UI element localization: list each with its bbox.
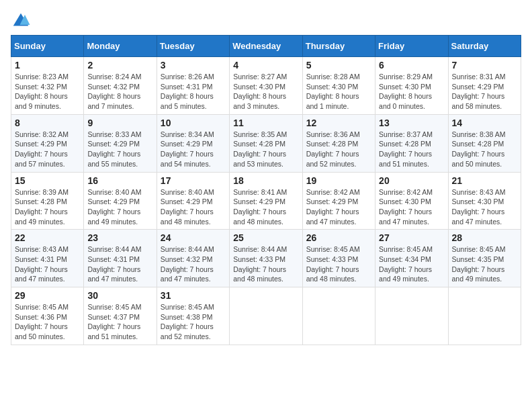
calendar-cell [230, 287, 302, 345]
day-number: 3 [161, 60, 226, 71]
day-number: 22 [15, 232, 80, 243]
calendar-cell: 10 Sunrise: 8:34 AM Sunset: 4:29 PM Dayl… [157, 114, 229, 172]
day-info: Sunrise: 8:31 AM Sunset: 4:29 PM Dayligh… [452, 73, 506, 110]
day-info: Sunrise: 8:45 AM Sunset: 4:37 PM Dayligh… [87, 303, 141, 340]
day-number: 23 [87, 232, 152, 243]
calendar-cell: 12 Sunrise: 8:36 AM Sunset: 4:28 PM Dayl… [302, 114, 375, 172]
calendar-cell: 20 Sunrise: 8:42 AM Sunset: 4:30 PM Dayl… [375, 172, 448, 230]
day-number: 7 [452, 60, 517, 71]
day-info: Sunrise: 8:43 AM Sunset: 4:31 PM Dayligh… [15, 245, 69, 283]
day-info: Sunrise: 8:42 AM Sunset: 4:30 PM Dayligh… [379, 188, 433, 226]
calendar-cell: 31 Sunrise: 8:45 AM Sunset: 4:38 PM Dayl… [157, 287, 229, 345]
day-number: 16 [87, 175, 152, 186]
calendar-cell [448, 287, 521, 345]
calendar-cell: 30 Sunrise: 8:45 AM Sunset: 4:37 PM Dayl… [84, 287, 157, 345]
day-info: Sunrise: 8:40 AM Sunset: 4:29 PM Dayligh… [87, 188, 141, 226]
day-info: Sunrise: 8:44 AM Sunset: 4:33 PM Dayligh… [233, 245, 287, 283]
day-info: Sunrise: 8:40 AM Sunset: 4:29 PM Dayligh… [161, 188, 214, 226]
calendar-cell: 8 Sunrise: 8:32 AM Sunset: 4:29 PM Dayli… [11, 114, 84, 172]
day-info: Sunrise: 8:38 AM Sunset: 4:28 PM Dayligh… [452, 130, 506, 168]
day-info: Sunrise: 8:45 AM Sunset: 4:38 PM Dayligh… [161, 303, 214, 340]
day-number: 11 [233, 118, 298, 128]
day-number: 25 [233, 232, 298, 243]
day-info: Sunrise: 8:43 AM Sunset: 4:30 PM Dayligh… [452, 188, 506, 226]
day-number: 5 [306, 60, 371, 71]
header-area [11, 11, 521, 31]
day-number: 8 [15, 118, 80, 128]
day-info: Sunrise: 8:45 AM Sunset: 4:33 PM Dayligh… [306, 245, 360, 283]
day-info: Sunrise: 8:36 AM Sunset: 4:28 PM Dayligh… [306, 130, 360, 168]
calendar-header-row: SundayMondayTuesdayWednesdayThursdayFrid… [11, 36, 521, 57]
day-number: 29 [15, 290, 80, 301]
day-number: 28 [452, 232, 517, 243]
day-number: 24 [161, 232, 226, 243]
day-header-friday: Friday [375, 36, 448, 57]
day-header-monday: Monday [84, 36, 157, 57]
calendar-cell: 2 Sunrise: 8:24 AM Sunset: 4:32 PM Dayli… [84, 57, 157, 115]
day-info: Sunrise: 8:35 AM Sunset: 4:28 PM Dayligh… [233, 130, 287, 168]
day-info: Sunrise: 8:44 AM Sunset: 4:32 PM Dayligh… [161, 245, 214, 283]
calendar-cell: 22 Sunrise: 8:43 AM Sunset: 4:31 PM Dayl… [11, 230, 84, 287]
day-number: 2 [87, 60, 152, 71]
day-number: 13 [379, 118, 444, 128]
day-info: Sunrise: 8:29 AM Sunset: 4:30 PM Dayligh… [379, 73, 433, 110]
day-info: Sunrise: 8:45 AM Sunset: 4:36 PM Dayligh… [15, 303, 69, 340]
day-info: Sunrise: 8:28 AM Sunset: 4:30 PM Dayligh… [306, 73, 360, 110]
day-info: Sunrise: 8:34 AM Sunset: 4:29 PM Dayligh… [161, 130, 214, 168]
calendar-week-row: 1 Sunrise: 8:23 AM Sunset: 4:32 PM Dayli… [11, 57, 521, 115]
day-number: 10 [161, 118, 226, 128]
calendar-cell: 11 Sunrise: 8:35 AM Sunset: 4:28 PM Dayl… [230, 114, 302, 172]
calendar-cell: 7 Sunrise: 8:31 AM Sunset: 4:29 PM Dayli… [448, 57, 521, 115]
calendar-week-row: 8 Sunrise: 8:32 AM Sunset: 4:29 PM Dayli… [11, 114, 521, 172]
day-number: 30 [87, 290, 152, 301]
day-info: Sunrise: 8:39 AM Sunset: 4:28 PM Dayligh… [15, 188, 69, 226]
day-info: Sunrise: 8:33 AM Sunset: 4:29 PM Dayligh… [87, 130, 141, 168]
calendar-cell: 26 Sunrise: 8:45 AM Sunset: 4:33 PM Dayl… [302, 230, 375, 287]
calendar-cell: 5 Sunrise: 8:28 AM Sunset: 4:30 PM Dayli… [302, 57, 375, 115]
logo [11, 11, 34, 31]
calendar-cell: 29 Sunrise: 8:45 AM Sunset: 4:36 PM Dayl… [11, 287, 84, 345]
day-number: 1 [15, 60, 80, 71]
day-info: Sunrise: 8:44 AM Sunset: 4:31 PM Dayligh… [87, 245, 141, 283]
logo-icon [11, 11, 31, 31]
calendar-cell: 16 Sunrise: 8:40 AM Sunset: 4:29 PM Dayl… [84, 172, 157, 230]
day-info: Sunrise: 8:26 AM Sunset: 4:31 PM Dayligh… [161, 73, 214, 110]
day-number: 26 [306, 232, 371, 243]
calendar-cell: 13 Sunrise: 8:37 AM Sunset: 4:28 PM Dayl… [375, 114, 448, 172]
day-info: Sunrise: 8:32 AM Sunset: 4:29 PM Dayligh… [15, 130, 69, 168]
calendar-cell: 9 Sunrise: 8:33 AM Sunset: 4:29 PM Dayli… [84, 114, 157, 172]
day-info: Sunrise: 8:23 AM Sunset: 4:32 PM Dayligh… [15, 73, 69, 110]
calendar-week-row: 15 Sunrise: 8:39 AM Sunset: 4:28 PM Dayl… [11, 172, 521, 230]
calendar-cell: 24 Sunrise: 8:44 AM Sunset: 4:32 PM Dayl… [157, 230, 229, 287]
day-number: 15 [15, 175, 80, 186]
day-header-saturday: Saturday [448, 36, 521, 57]
day-number: 31 [161, 290, 226, 301]
calendar-cell: 4 Sunrise: 8:27 AM Sunset: 4:30 PM Dayli… [230, 57, 302, 115]
calendar-cell: 28 Sunrise: 8:45 AM Sunset: 4:35 PM Dayl… [448, 230, 521, 287]
day-number: 17 [161, 175, 226, 186]
day-number: 20 [379, 175, 444, 186]
calendar-cell: 25 Sunrise: 8:44 AM Sunset: 4:33 PM Dayl… [230, 230, 302, 287]
day-number: 27 [379, 232, 444, 243]
calendar-cell: 23 Sunrise: 8:44 AM Sunset: 4:31 PM Dayl… [84, 230, 157, 287]
day-number: 19 [306, 175, 371, 186]
day-number: 14 [452, 118, 517, 128]
calendar-week-row: 29 Sunrise: 8:45 AM Sunset: 4:36 PM Dayl… [11, 287, 521, 345]
calendar-cell: 27 Sunrise: 8:45 AM Sunset: 4:34 PM Dayl… [375, 230, 448, 287]
calendar: SundayMondayTuesdayWednesdayThursdayFrid… [11, 35, 521, 345]
calendar-cell: 19 Sunrise: 8:42 AM Sunset: 4:29 PM Dayl… [302, 172, 375, 230]
day-info: Sunrise: 8:27 AM Sunset: 4:30 PM Dayligh… [233, 73, 287, 110]
day-info: Sunrise: 8:41 AM Sunset: 4:29 PM Dayligh… [233, 188, 287, 226]
calendar-cell: 6 Sunrise: 8:29 AM Sunset: 4:30 PM Dayli… [375, 57, 448, 115]
day-info: Sunrise: 8:42 AM Sunset: 4:29 PM Dayligh… [306, 188, 360, 226]
day-info: Sunrise: 8:37 AM Sunset: 4:28 PM Dayligh… [379, 130, 433, 168]
day-number: 12 [306, 118, 371, 128]
day-info: Sunrise: 8:24 AM Sunset: 4:32 PM Dayligh… [87, 73, 141, 110]
day-info: Sunrise: 8:45 AM Sunset: 4:35 PM Dayligh… [452, 245, 506, 283]
day-header-tuesday: Tuesday [157, 36, 229, 57]
day-header-sunday: Sunday [11, 36, 84, 57]
day-number: 18 [233, 175, 298, 186]
calendar-cell: 3 Sunrise: 8:26 AM Sunset: 4:31 PM Dayli… [157, 57, 229, 115]
calendar-cell: 21 Sunrise: 8:43 AM Sunset: 4:30 PM Dayl… [448, 172, 521, 230]
calendar-cell: 17 Sunrise: 8:40 AM Sunset: 4:29 PM Dayl… [157, 172, 229, 230]
